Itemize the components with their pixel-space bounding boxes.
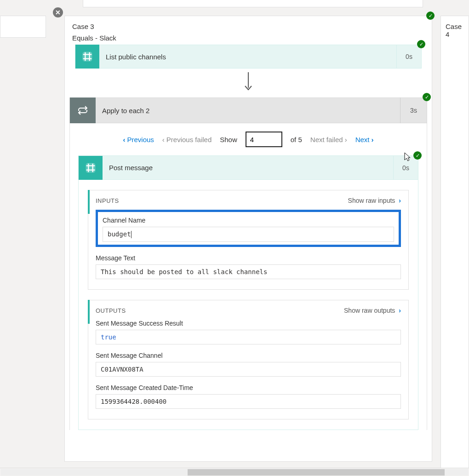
previous-failed-button[interactable]: ‹ Previous failed [162,136,212,143]
chevron-left-icon: ‹ [162,136,165,143]
case-panel: ✓ Case 3 Equals - Slack List public chan… [64,16,432,462]
next-button[interactable]: Next › [355,136,374,143]
previous-failed-label: Previous failed [166,136,212,143]
next-failed-button[interactable]: Next failed › [310,136,347,143]
check-icon: ✓ [417,40,425,48]
case-4-title: Case 4 [446,23,462,38]
adjacent-panel-left [0,16,46,38]
previous-button[interactable]: ‹ Previous [123,136,154,143]
action-apply-to-each[interactable]: Apply to each 2 3s [69,97,427,123]
case-title: Case 3 [65,16,432,34]
inputs-title: INPUTS [96,197,119,204]
case-subtitle: Equals - Slack [65,34,432,45]
success-result-value[interactable]: true [96,330,401,344]
iteration-pager: ‹ Previous ‹ Previous failed Show of 5 N… [74,132,422,155]
action-label: Post message [103,164,393,172]
scrollbar-thumb[interactable] [188,469,445,476]
created-time-label: Sent Message Created Date-Time [96,384,401,391]
show-raw-outputs-button[interactable]: Show raw outputs › [344,307,401,314]
section-accent [88,300,90,324]
chevron-left-icon: ‹ [123,136,125,143]
section-accent [88,190,90,214]
show-label: Show [220,136,237,143]
horizontal-scrollbar[interactable] [0,468,469,476]
text-caret [131,231,132,238]
svg-rect-2 [86,163,96,172]
chevron-right-icon: › [372,136,374,143]
previous-label: Previous [127,136,154,143]
message-text-label: Message Text [96,254,401,262]
arrow-down-icon [65,69,432,97]
action-duration: 3s [400,97,427,123]
check-icon: ✓ [413,151,422,160]
chevron-right-icon: › [345,136,347,143]
created-time-value[interactable]: 1599364428.000400 [96,394,401,409]
close-icon[interactable]: ✕ [53,7,63,17]
channel-name-highlight: Channel Name budget [96,210,401,247]
loop-body: ‹ Previous ‹ Previous failed Show of 5 N… [69,123,427,430]
loop-icon [70,97,96,123]
slack-icon [75,45,99,69]
chevron-right-icon: › [399,197,401,204]
adjacent-panel-top [83,0,423,7]
show-raw-inputs-button[interactable]: Show raw inputs › [348,197,401,204]
slack-icon [79,156,103,180]
channel-name-value[interactable]: budget [103,227,394,242]
post-message-header[interactable]: Post message 0s [79,156,418,180]
scrollbar-track[interactable] [1,469,468,476]
check-icon: ✓ [423,93,431,101]
action-list-public-channels[interactable]: List public channels 0s [75,45,422,69]
action-label: Apply to each 2 [96,107,400,115]
chevron-right-icon: › [399,307,401,314]
svg-rect-0 [83,52,92,62]
inputs-section: INPUTS Show raw inputs › Channel Name bu… [88,190,409,290]
raw-inputs-label: Show raw inputs [348,197,395,204]
action-duration: 0s [396,45,421,69]
of-label: of 5 [291,136,302,143]
outputs-section: OUTPUTS Show raw outputs › Sent Message … [88,300,409,419]
message-text-value[interactable]: This should be posted to all slack chann… [96,264,401,279]
sent-channel-value[interactable]: C01AVNX08TA [96,362,401,377]
outputs-title: OUTPUTS [96,307,126,314]
case-4-panel[interactable]: Case 4 [440,16,469,476]
action-duration: 0s [393,156,418,180]
success-result-label: Sent Message Success Result [96,320,401,327]
action-post-message: ✓ Post message 0s INPUTS Show raw inputs… [78,155,418,430]
next-label: Next [355,136,370,143]
channel-name-label: Channel Name [103,217,394,224]
check-icon: ✓ [426,11,435,20]
raw-outputs-label: Show raw outputs [344,307,395,314]
iteration-input[interactable] [246,132,282,147]
sent-channel-label: Sent Message Channel [96,352,401,359]
action-label: List public channels [99,53,396,61]
next-failed-label: Next failed [310,136,343,143]
